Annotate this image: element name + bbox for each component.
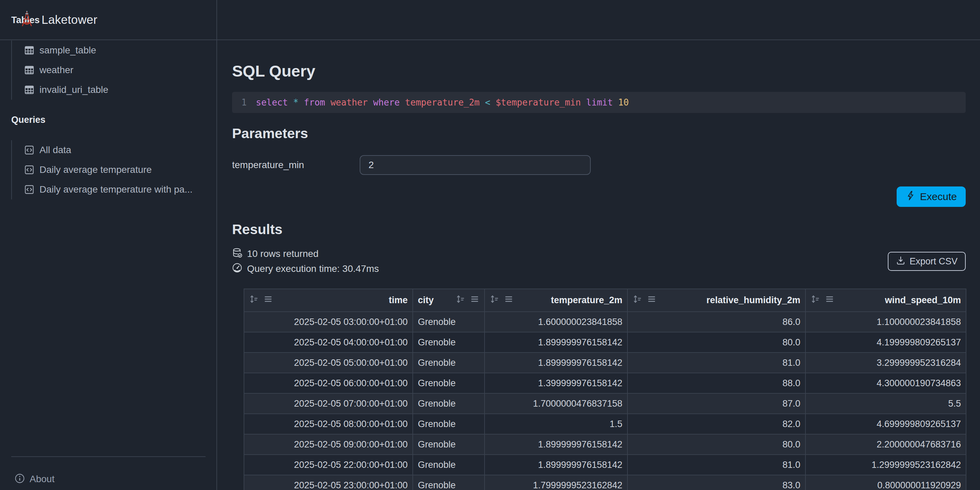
execute-label: Execute bbox=[920, 191, 957, 202]
table-cell: Grenoble bbox=[413, 373, 485, 393]
table-icon bbox=[24, 85, 34, 95]
table-cell: 4.699999809265137 bbox=[805, 414, 966, 434]
sql-token-plain bbox=[298, 97, 304, 108]
sql-token-id: temperature_2m bbox=[405, 97, 479, 108]
sidebar-tables-list: sample_tableweatherinvalid_uri_table bbox=[11, 40, 216, 100]
line-number: 1 bbox=[232, 97, 256, 108]
sql-token-plain bbox=[325, 97, 331, 108]
table-cell: 81.0 bbox=[627, 353, 805, 373]
sidebar-query-item[interactable]: Daily average temperature with pa... bbox=[24, 180, 216, 199]
about-link[interactable]: About bbox=[14, 473, 205, 485]
column-label: wind_speed_10m bbox=[885, 295, 961, 305]
menu-icon[interactable] bbox=[263, 294, 273, 306]
table-cell: 4.199999809265137 bbox=[805, 332, 966, 353]
sidebar: Tables sample_tableweatherinvalid_uri_ta… bbox=[0, 0, 217, 490]
table-cell: 80.0 bbox=[627, 434, 805, 455]
table-cell: 81.0 bbox=[627, 455, 805, 475]
column-header-time: time bbox=[244, 289, 413, 312]
table-cell: 5.5 bbox=[805, 393, 966, 414]
sort-icon[interactable] bbox=[811, 294, 820, 306]
results-meta: 10 rows returned Query execution time: 3… bbox=[232, 247, 379, 276]
table-cell: 1.899999976158142 bbox=[485, 353, 627, 373]
table-row: 2025-02-05 05:00:00+01:00Grenoble1.89999… bbox=[244, 353, 966, 373]
sidebar-query-item-label: All data bbox=[40, 145, 71, 156]
sidebar-table-item[interactable]: sample_table bbox=[24, 40, 216, 60]
sql-token-num: 10 bbox=[618, 97, 629, 108]
sidebar-table-item[interactable]: weather bbox=[24, 60, 216, 80]
column-label: temperature_2m bbox=[551, 295, 622, 305]
column-label: city bbox=[418, 295, 434, 305]
sidebar-queries-list: All dataDaily average temperatureDaily a… bbox=[11, 140, 216, 199]
tower-icon bbox=[20, 11, 34, 29]
table-cell: 3.299999952316284 bbox=[805, 353, 966, 373]
column-controls bbox=[456, 294, 479, 306]
table-cell: Grenoble bbox=[413, 414, 485, 434]
sidebar-table-item[interactable]: invalid_uri_table bbox=[24, 80, 216, 100]
sql-token-kw: select bbox=[256, 97, 288, 108]
table-cell: 2025-02-05 23:00:00+01:00 bbox=[244, 475, 413, 490]
app-window: Tables sample_tableweatherinvalid_uri_ta… bbox=[0, 0, 980, 490]
column-controls bbox=[633, 294, 656, 306]
column-header-city: city bbox=[413, 289, 485, 312]
sidebar-query-item[interactable]: Daily average temperature bbox=[24, 160, 216, 180]
table-cell: 2025-02-05 07:00:00+01:00 bbox=[244, 393, 413, 414]
column-header-temperature_2m: temperature_2m bbox=[485, 289, 627, 312]
table-row: 2025-02-05 06:00:00+01:00Grenoble1.39999… bbox=[244, 373, 966, 393]
temperature-min-input[interactable] bbox=[360, 155, 591, 175]
sort-icon[interactable] bbox=[490, 294, 499, 306]
database-check-icon bbox=[232, 248, 242, 260]
download-icon bbox=[896, 256, 905, 267]
sidebar-table-item-label: invalid_uri_table bbox=[40, 84, 108, 95]
sort-icon[interactable] bbox=[456, 294, 465, 306]
column-label: time bbox=[388, 295, 408, 305]
sidebar-table-item-label: sample_table bbox=[40, 45, 96, 56]
rows-returned-line: 10 rows returned bbox=[232, 247, 379, 261]
code-square-icon bbox=[24, 165, 34, 175]
brand[interactable]: Laketower bbox=[0, 0, 980, 40]
results-meta-row: 10 rows returned Query execution time: 3… bbox=[232, 247, 966, 276]
table-body: 2025-02-05 03:00:00+01:00Grenoble1.60000… bbox=[244, 312, 966, 490]
table-cell: 2025-02-05 03:00:00+01:00 bbox=[244, 312, 413, 332]
sql-token-plain bbox=[480, 97, 485, 108]
execution-time-text: Query execution time: 30.47ms bbox=[247, 263, 379, 274]
code-square-icon bbox=[24, 145, 34, 155]
table-cell: Grenoble bbox=[413, 353, 485, 373]
table-row: 2025-02-05 08:00:00+01:00Grenoble1.582.0… bbox=[244, 414, 966, 434]
table-cell: 1.2999999523162842 bbox=[805, 455, 966, 475]
table-row: 2025-02-05 03:00:00+01:00Grenoble1.60000… bbox=[244, 312, 966, 332]
sql-token-kw: limit bbox=[586, 97, 613, 108]
rows-returned-text: 10 rows returned bbox=[247, 248, 318, 259]
sql-token-kw: where bbox=[373, 97, 399, 108]
sql-token-kw: from bbox=[304, 97, 325, 108]
table-row: 2025-02-05 23:00:00+01:00Grenoble1.79999… bbox=[244, 475, 966, 490]
sql-code-line: select * from weather where temperature_… bbox=[256, 97, 629, 108]
menu-icon[interactable] bbox=[825, 294, 834, 306]
page-title: SQL Query bbox=[232, 61, 966, 81]
export-csv-button[interactable]: Export CSV bbox=[888, 252, 966, 271]
execute-row: Execute bbox=[232, 186, 966, 207]
table-cell: 1.899999976158142 bbox=[485, 455, 627, 475]
menu-icon[interactable] bbox=[647, 294, 656, 306]
topbar: Laketower bbox=[0, 0, 980, 40]
sort-icon[interactable] bbox=[249, 294, 259, 306]
table-cell: 2025-02-05 04:00:00+01:00 bbox=[244, 332, 413, 353]
sql-token-plain bbox=[288, 97, 293, 108]
execute-button[interactable]: Execute bbox=[897, 186, 966, 207]
table-cell: Grenoble bbox=[413, 455, 485, 475]
sidebar-query-item[interactable]: All data bbox=[24, 140, 216, 160]
sql-editor[interactable]: 1 select * from weather where temperatur… bbox=[232, 92, 966, 113]
sort-icon[interactable] bbox=[633, 294, 642, 306]
table-cell: 87.0 bbox=[627, 393, 805, 414]
table-cell: Grenoble bbox=[413, 312, 485, 332]
table-cell: 2025-02-05 09:00:00+01:00 bbox=[244, 434, 413, 455]
results-table-wrap: timecitytemperature_2mrelative_humidity_… bbox=[243, 288, 966, 490]
results-table: timecitytemperature_2mrelative_humidity_… bbox=[243, 288, 966, 490]
menu-icon[interactable] bbox=[470, 294, 479, 306]
table-cell: 1.7000000476837158 bbox=[485, 393, 627, 414]
table-cell: 1.899999976158142 bbox=[485, 434, 627, 455]
results-title: Results bbox=[232, 221, 966, 238]
sql-token-plain bbox=[368, 97, 373, 108]
parameter-label: temperature_min bbox=[232, 159, 360, 170]
column-header-relative_humidity_2m: relative_humidity_2m bbox=[627, 289, 805, 312]
menu-icon[interactable] bbox=[504, 294, 514, 306]
